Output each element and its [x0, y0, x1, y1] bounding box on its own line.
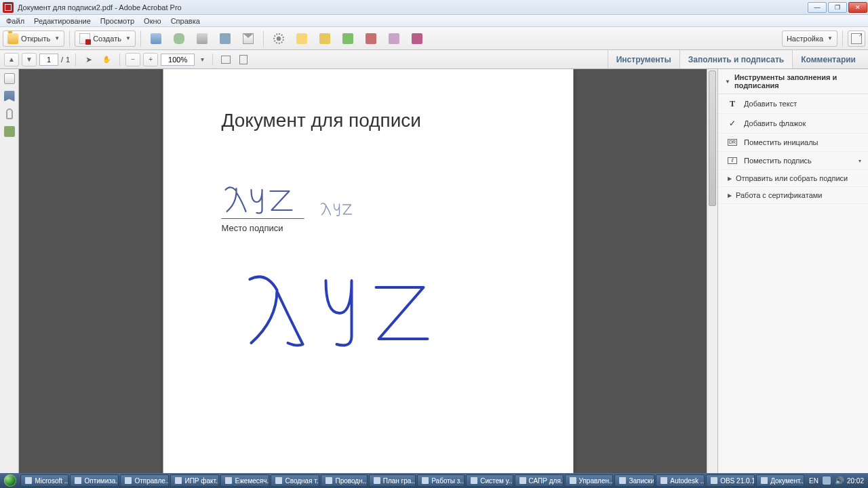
page-total: 1	[66, 56, 70, 64]
taskbar-item-label: Работы з...	[431, 477, 465, 485]
tray-icon[interactable]	[823, 476, 831, 485]
fullscreen-button[interactable]: ↗	[848, 30, 865, 47]
toolbar-separator	[140, 30, 141, 47]
taskbar-app-icon	[471, 477, 477, 484]
taskbar-item[interactable]: САПР для...	[515, 474, 564, 487]
signature-icon: ℓ	[728, 157, 737, 164]
chevron-down-icon: ▼	[125, 35, 131, 41]
volume-icon[interactable]: 🔊	[835, 476, 843, 485]
taskbar-app-icon	[374, 477, 380, 484]
panel-section-fill-sign-tools[interactable]: ▼ Инструменты заполнения и подписания	[718, 69, 868, 94]
taskbar-item[interactable]: План гра...	[369, 474, 416, 487]
scrollbar-thumb[interactable]	[709, 70, 716, 206]
taskbar-item[interactable]: Записки	[614, 474, 654, 487]
menu-window[interactable]: Окно	[139, 16, 166, 26]
taskbar-item[interactable]: Проводн...	[321, 474, 367, 487]
save-icon	[151, 33, 161, 44]
tab-comments[interactable]: Комментарии	[792, 50, 864, 68]
taskbar-item[interactable]: Autodesk ...	[656, 474, 705, 487]
taskbar-item[interactable]: Отправле...	[120, 474, 169, 487]
taskbar-item[interactable]: Ежемесяч...	[220, 474, 269, 487]
zoom-out-button[interactable]: −	[125, 53, 140, 66]
taskbar-item-label: Документ...	[770, 477, 804, 485]
form-button[interactable]	[384, 30, 404, 47]
taskbar-item[interactable]: OBS 21.0.1...	[706, 474, 755, 487]
toolbar-separator	[69, 30, 70, 47]
sign-button[interactable]	[407, 30, 427, 47]
window-title: Документ для подписи2.pdf - Adobe Acroba…	[16, 3, 807, 12]
save-button[interactable]	[146, 30, 166, 47]
tab-tools[interactable]: Инструменты	[608, 50, 679, 68]
bookmark-icon[interactable]	[4, 91, 15, 102]
taskbar-item[interactable]: Документ...	[756, 474, 804, 487]
mail-button[interactable]	[238, 30, 258, 47]
fit-width-icon	[221, 56, 231, 64]
signature-initials[interactable]	[319, 201, 353, 219]
print-icon	[197, 33, 208, 44]
tool-add-text[interactable]: T Добавить текст	[718, 94, 868, 114]
taskbar-item[interactable]: Управлен...	[565, 474, 614, 487]
taskbar-item-label: Autodesk ...	[670, 477, 705, 485]
page-up-button[interactable]: ▲	[4, 53, 19, 66]
taskbar-app-icon	[75, 477, 81, 484]
cloud-button[interactable]	[169, 30, 189, 47]
menu-file[interactable]: Файл	[1, 16, 29, 26]
taskbar-item[interactable]: Сводная т...	[271, 474, 319, 487]
taskbar-item[interactable]: Работы з...	[417, 474, 465, 487]
vertical-scrollbar[interactable]	[707, 69, 717, 473]
signature-large[interactable]	[241, 271, 515, 355]
attachments-icon[interactable]	[6, 108, 13, 119]
tab-fill-sign[interactable]: Заполнить и подписать	[679, 50, 792, 68]
print-button[interactable]	[192, 30, 212, 47]
tool-place-initials[interactable]: DR Поместить инициалы	[718, 134, 868, 152]
system-tray: EN 🔊 20:02	[805, 476, 868, 485]
edit-button[interactable]	[215, 30, 235, 47]
customize-button[interactable]: Настройка ▼	[782, 30, 837, 47]
settings-button[interactable]	[269, 30, 289, 47]
menu-help[interactable]: Справка	[166, 16, 205, 26]
taskbar-app-icon	[570, 477, 576, 484]
share-icon	[342, 33, 353, 44]
window-maximize-button[interactable]: ❐	[828, 2, 847, 13]
hand-tool-button[interactable]: ✋	[99, 53, 114, 66]
signatures-icon[interactable]	[4, 126, 15, 137]
start-button[interactable]	[0, 473, 20, 488]
zoom-in-button[interactable]: +	[143, 53, 158, 66]
document-viewport[interactable]: Документ для подписи	[19, 69, 717, 473]
taskbar-item[interactable]: Систем у...	[466, 474, 513, 487]
panel-section-send-collect[interactable]: ▶ Отправить или собрать подписи	[718, 170, 868, 187]
select-tool-button[interactable]: ➤	[81, 53, 96, 66]
highlight-button[interactable]	[292, 30, 312, 47]
taskbar-app-icon	[326, 477, 332, 484]
taskbar-item-label: ИПР факт...	[184, 477, 219, 485]
signature-field[interactable]	[222, 183, 304, 219]
menu-edit[interactable]: Редактирование	[29, 16, 96, 26]
window-minimize-button[interactable]: —	[808, 2, 827, 13]
page-down-button[interactable]: ▼	[22, 53, 37, 66]
tool-add-checkmark[interactable]: ✓ Добавить флажок	[718, 114, 868, 134]
thumbnails-icon[interactable]	[4, 73, 15, 84]
create-button[interactable]: Создать ▼	[75, 30, 136, 47]
taskbar-item[interactable]: Microsoft ...	[20, 474, 68, 487]
note-button[interactable]	[315, 30, 335, 47]
menu-view[interactable]: Просмотр	[96, 16, 139, 26]
zoom-dropdown[interactable]: ▾	[197, 53, 207, 66]
taskbar-item[interactable]: ИПР факт...	[170, 474, 219, 487]
create-pdf-icon	[79, 33, 90, 44]
fit-page-button[interactable]	[236, 53, 251, 66]
clock[interactable]: 20:02	[847, 477, 864, 485]
tool-place-signature[interactable]: ℓ Поместить подпись ▾	[718, 152, 868, 170]
taskbar-item[interactable]: Оптимиза...	[70, 474, 119, 487]
stamp-icon	[366, 33, 376, 44]
open-button[interactable]: Открыть ▼	[3, 30, 64, 47]
taskbar-app-icon	[175, 477, 182, 484]
page-number-input[interactable]	[39, 54, 58, 66]
panel-section-certificates[interactable]: ▶ Работа с сертификатами	[718, 187, 868, 204]
window-close-button[interactable]: ✕	[848, 2, 867, 13]
pdf-page: Документ для подписи	[163, 69, 574, 473]
share-button[interactable]	[338, 30, 358, 47]
language-indicator[interactable]: EN	[809, 477, 818, 485]
stamp-button[interactable]	[361, 30, 381, 47]
fit-width-button[interactable]	[218, 53, 233, 66]
zoom-input[interactable]	[161, 54, 195, 66]
